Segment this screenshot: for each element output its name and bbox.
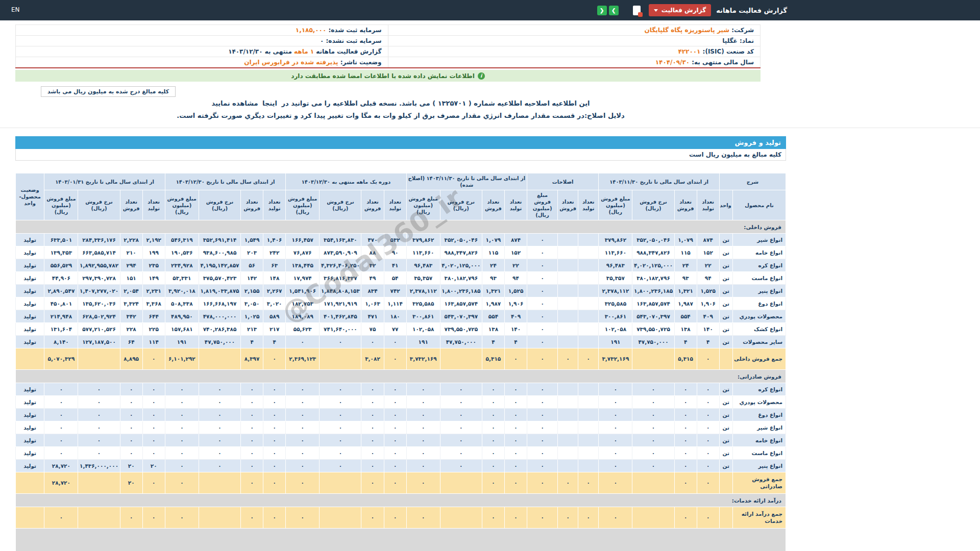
unit-cell: تن xyxy=(719,323,732,336)
unit-cell: تن xyxy=(719,336,732,348)
production-sales-section-bar: تولید و فروش xyxy=(15,136,786,149)
company-info-cell: سرمایه ثبت نشده: ۰ xyxy=(16,36,388,46)
product-name-cell: انواع پنیر xyxy=(732,460,786,472)
value-cell: ۰ xyxy=(527,472,558,494)
value-cell: ۰ xyxy=(482,396,504,409)
amounts-note-box: کلیه مبالغ درج شده به میلیون ریال می باش… xyxy=(41,86,176,97)
value-cell: ۱۳۵,۶۲۰,۰۳۶ xyxy=(78,297,120,310)
value-cell: ۹۰ xyxy=(384,246,406,259)
value-cell: ۰ xyxy=(199,460,240,472)
value-cell: ۰ xyxy=(384,434,406,447)
table-amounts-note: کلیه مبالغ به میلیون ریال است xyxy=(15,149,786,161)
value-cell: ۰ xyxy=(674,507,697,529)
value-cell: ۵۴ xyxy=(384,272,406,285)
value-cell: ۰ xyxy=(320,421,361,434)
value-cell: ۰ xyxy=(504,396,527,409)
value-cell: ۰ xyxy=(263,348,286,370)
value-cell: ۹۳ xyxy=(482,272,504,285)
info-value-suffix: منتهی به ۱۴۰۳/۱۲/۳۰ xyxy=(228,48,294,55)
value-cell xyxy=(558,310,578,323)
group-header: از ابتدای سال مالی تا تاریخ ۱۴۰۳/۱۱/۳۰ xyxy=(599,173,719,190)
report-file-icon[interactable] xyxy=(633,6,641,15)
column-header: مبلغ فروش (میلیون ریال) xyxy=(165,190,199,220)
value-cell: ۰ xyxy=(674,421,697,434)
value-cell: ۰ xyxy=(384,383,406,396)
file-fold-icon xyxy=(638,12,643,17)
value-cell: ۰ xyxy=(142,396,165,409)
report-type-label: گزارش فعالیت xyxy=(662,7,706,14)
info-value: ۱۴۰۴/۰۹/۳۰ xyxy=(655,59,690,66)
value-cell: ۳۰۰,۸۶۱ xyxy=(599,310,632,323)
status-cell xyxy=(16,472,44,494)
unit-cell xyxy=(719,348,732,370)
language-switch-link[interactable]: EN xyxy=(11,6,20,13)
value-cell: ۱,۸۴۸,۸۰۸,۱۵۳ xyxy=(320,285,361,297)
value-cell: ۷۵ xyxy=(361,323,384,336)
value-cell: ۰ xyxy=(263,447,286,460)
previous-notice-link[interactable]: اینجا xyxy=(262,99,277,107)
column-header: نرخ فروش (ریال) xyxy=(440,190,482,220)
info-value: شیر پاستوریزه پگاه گلپایگان xyxy=(645,27,729,34)
value-cell: ۰ xyxy=(674,460,697,472)
value-cell xyxy=(558,396,578,409)
group-header: از ابتدای سال مالی تا تاریخ ۱۴۰۳/۱۱/۳۰ (… xyxy=(406,173,527,190)
desc-header: شرح xyxy=(719,173,786,190)
value-cell: ۰ xyxy=(599,409,632,421)
column-header: تعداد تولید xyxy=(142,190,165,220)
value-cell: ۵۳,۳۳۱ xyxy=(165,272,199,285)
unit-cell: تن xyxy=(719,246,732,259)
section-row: فروش داخلی: xyxy=(16,220,786,234)
value-cell: ۱۹۱ xyxy=(406,336,440,348)
value-cell: ۰ xyxy=(527,246,558,259)
status-cell: تولید xyxy=(16,447,44,460)
value-cell: ۰ xyxy=(406,507,440,529)
value-cell: ۰ xyxy=(120,507,142,529)
value-cell: ۰ xyxy=(286,421,320,434)
value-cell: ۲۱۰ xyxy=(120,246,142,259)
value-cell: ۵۵۶,۵۲۹ xyxy=(44,259,78,272)
section-label-cell: درآمد ارائه خدمات: xyxy=(16,494,786,507)
value-cell xyxy=(558,234,578,246)
value-cell: ۰ xyxy=(527,460,558,472)
status-cell: تولید xyxy=(16,234,44,246)
value-cell: ۷۶,۸۷۶ xyxy=(286,246,320,259)
value-cell: ۰ xyxy=(384,348,406,370)
column-header: تعداد تولید xyxy=(504,190,527,220)
status-cell: تولید xyxy=(16,383,44,396)
value-cell: ۰ xyxy=(440,434,482,447)
value-cell: ۰ xyxy=(120,421,142,434)
value-cell: ۳۵۲,۰۵۰,۰۴۶ xyxy=(440,234,482,246)
value-cell: ۰ xyxy=(527,310,558,323)
next-report-button[interactable]: ❯ xyxy=(609,6,619,15)
value-cell: ۰ xyxy=(632,460,674,472)
value-cell: ۴۰۱,۴۶۲,۸۴۵ xyxy=(320,310,361,323)
prev-report-button[interactable]: ❮ xyxy=(597,6,607,15)
value-cell: ۰ xyxy=(406,409,440,421)
product-name-cell: انواع ماست xyxy=(732,272,786,285)
value-cell: ۴,۰۲۰,۱۲۵,۰۰۰ xyxy=(440,259,482,272)
value-cell: ۰ xyxy=(406,396,440,409)
value-cell: ۴۴,۹۰۶ xyxy=(44,272,78,285)
value-cell: ۹۳۸,۶۰۰,۹۸۵ xyxy=(199,246,240,259)
column-header: تعداد فروش xyxy=(674,190,697,220)
value-cell: ۳۸۰,۱۸۲,۷۹۶ xyxy=(632,272,674,285)
table-row: محصولات پودريتن۰۰۰۰۰۰۰۰۰۰۰۰۰۰۰۰۰۰۰۰۰تولی… xyxy=(16,396,786,409)
value-cell: ۱۵۲ xyxy=(697,246,719,259)
value-cell: ۳,۰۵۰ xyxy=(241,297,263,310)
value-cell: ۰ xyxy=(599,396,632,409)
report-type-button[interactable]: گزارش فعالیت xyxy=(649,4,711,16)
value-cell: ۰ xyxy=(697,472,719,494)
value-cell: ۰ xyxy=(406,447,440,460)
info-value: ۴۲۲۰۰۱ xyxy=(678,48,700,55)
info-icon: i xyxy=(478,72,485,80)
page: EN گزارش فعالیت ماهانه گزارش فعالیت ❯ ❮ … xyxy=(0,0,980,551)
value-cell: ۰ xyxy=(504,472,527,494)
page-title: گزارش فعالیت ماهانه xyxy=(716,7,787,14)
value-cell: ۰ xyxy=(320,434,361,447)
value-cell: ۱,۱۱۴ xyxy=(384,297,406,310)
value-cell xyxy=(558,246,578,259)
value-cell: ۰ xyxy=(320,336,361,348)
value-cell: ۰ xyxy=(504,421,527,434)
value-cell: ۱,۵۴۹ xyxy=(241,234,263,246)
value-cell: ۰ xyxy=(527,285,558,297)
